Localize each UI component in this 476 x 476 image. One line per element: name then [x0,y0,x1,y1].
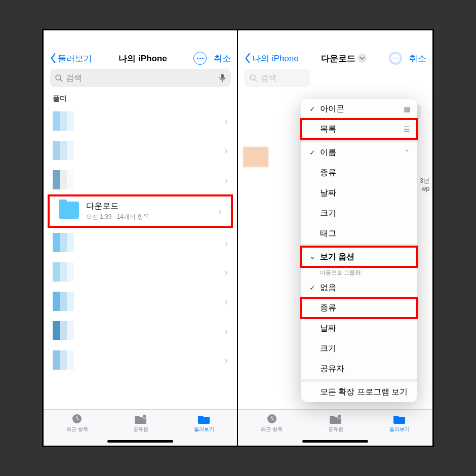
list-item[interactable]: › [44,287,237,316]
folder-icon [59,202,80,221]
blurred-thumb [243,147,268,167]
back-label: 둘러보기 [58,53,92,64]
tab-label: 둘러보기 [389,426,410,433]
check-icon: ✓ [308,284,317,292]
svg-rect-2 [221,74,224,79]
row-title: 다운로드 [86,201,218,212]
status-bar [238,30,432,50]
chevron-right-icon: › [224,296,228,307]
blurred-thumb [53,141,74,160]
chevron-down-icon [358,54,367,63]
menu-item-group-none[interactable]: ✓없음 [301,277,417,298]
list-item[interactable]: › [44,106,237,136]
nav-title: 나의 iPhone [118,53,167,64]
menu-item-name[interactable]: ✓ 이름 ⌃ [301,142,417,163]
title-text: 다운로드 [321,53,355,64]
blurred-thumb [53,262,74,282]
status-bar [44,30,237,50]
list-item-downloads[interactable]: 다운로드 오전 1:39 · 14개의 항목 › [50,196,231,226]
tab-label: 최근 항목 [66,426,88,433]
clock-icon [265,413,279,425]
shared-folder-icon [134,413,148,425]
cancel-button[interactable]: 취소 [214,53,231,64]
section-header: 폴더 [44,91,237,106]
tab-label: 둘러보기 [194,426,214,433]
group-by-label: 다음으로 그룹화: [301,267,417,277]
menu-label: 없음 [320,283,410,293]
menu-item-view-options[interactable]: ⌄ 보기 옵션 [301,247,417,267]
menu-label: 공유자 [320,364,410,374]
chevron-up-icon: ⌃ [404,148,410,156]
chevron-down-icon: ⌄ [308,253,317,260]
navbar: 둘러보기 나의 iPhone 취소 [44,50,237,69]
menu-label: 태그 [320,228,410,239]
menu-item-date[interactable]: 날짜 [301,183,417,203]
list-item[interactable]: › [44,316,237,345]
svg-line-1 [60,80,62,82]
blurred-thumb [53,321,74,340]
list-item[interactable]: › [44,257,237,287]
tab-recent[interactable]: 최근 항목 [261,413,283,433]
tab-shared[interactable]: 공유됨 [328,413,343,433]
mic-icon[interactable] [219,73,226,83]
home-indicator[interactable] [107,440,173,443]
search-placeholder: 검색 [66,73,82,84]
back-label: 나의 iPhone [252,53,299,64]
shared-folder-icon [329,413,343,425]
menu-item-group-kind[interactable]: 종류 [301,298,417,318]
clock-icon [70,413,84,425]
blurred-thumb [53,111,74,131]
home-indicator[interactable] [302,440,368,443]
menu-item-kind[interactable]: 종류 [301,163,417,183]
back-button[interactable]: 나의 iPhone [244,53,299,64]
search-icon [55,74,63,82]
row-subtitle: 오전 1:39 · 14개의 항목 [86,213,218,221]
chevron-right-icon: › [224,266,228,278]
search-input[interactable]: 검색 [244,69,310,87]
tab-label: 공유됨 [328,426,343,433]
menu-item-show-extensions[interactable]: 모든 확장 프로그램 보기 [301,382,417,402]
tab-recent[interactable]: 최근 항목 [66,413,88,433]
list-icon: ☰ [404,125,410,133]
search-input[interactable]: 검색 [50,69,231,87]
svg-point-4 [142,414,146,418]
more-button[interactable] [193,52,207,65]
back-button[interactable]: 둘러보기 [50,53,92,64]
svg-point-9 [337,414,341,418]
menu-item-group-shared[interactable]: 공유자 [301,359,417,379]
menu-item-size[interactable]: 크기 [301,203,417,223]
menu-label: 종류 [320,303,410,313]
cancel-button[interactable]: 취소 [409,53,426,64]
menu-label: 목록 [320,124,404,135]
search-icon [249,74,257,82]
tab-shared[interactable]: 공유됨 [133,413,148,433]
list-item[interactable]: › [44,345,237,375]
nav-title[interactable]: 다운로드 [321,53,367,64]
tab-browse[interactable]: 둘러보기 [194,413,214,433]
chevron-right-icon: › [224,145,228,156]
menu-item-icons[interactable]: ✓ 아이콘 ▦ [301,99,417,119]
list-item[interactable]: › [44,165,237,194]
chevron-right-icon: › [224,115,228,127]
more-button[interactable] [389,52,402,65]
blurred-thumb [53,350,74,370]
chevron-right-icon: › [218,206,222,217]
chevron-left-icon [244,53,251,63]
menu-label: 모든 확장 프로그램 보기 [320,387,410,398]
menu-item-group-date[interactable]: 날짜 [301,318,417,338]
menu-item-list[interactable]: 목록 ☰ [301,119,417,139]
menu-item-tag[interactable]: 태그 [301,223,417,244]
search-placeholder: 검색 [260,73,276,84]
menu-label: 날짜 [320,323,410,334]
menu-label: 보기 옵션 [320,252,410,262]
chevron-left-icon [50,53,57,63]
chevron-right-icon: › [224,174,228,186]
tab-browse[interactable]: 둘러보기 [389,413,410,433]
menu-label: 종류 [320,168,410,178]
menu-item-group-size[interactable]: 크기 [301,338,417,359]
blurred-thumb [53,292,74,311]
navbar: 나의 iPhone 다운로드 취소 [238,50,432,69]
list-item[interactable]: › [44,228,237,257]
grid-icon: ▦ [404,105,410,113]
list-item[interactable]: › [44,136,237,165]
